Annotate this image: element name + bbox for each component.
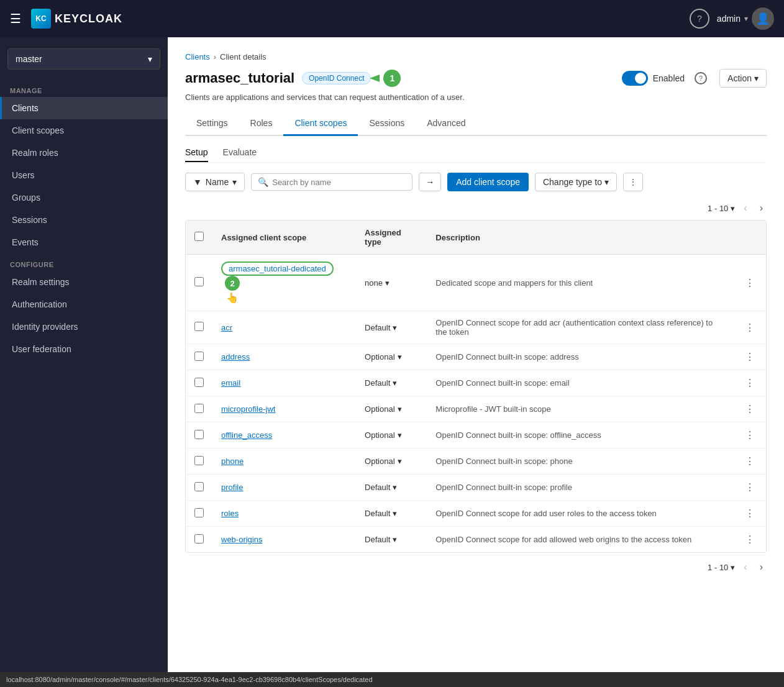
sidebar-item-sessions[interactable]: Sessions [0,209,168,231]
type-select[interactable]: none ▾ [365,278,418,288]
scope-link[interactable]: microprofile-jwt [221,404,275,414]
search-icon: 🔍 [258,177,268,187]
type-select[interactable]: Optional ▾ [365,404,418,414]
sidebar-item-realm-roles[interactable]: Realm roles [0,142,168,164]
tab-roles[interactable]: Roles [239,112,284,136]
prev-page-button[interactable]: ‹ [740,201,750,215]
description-cell: OpenID Connect scope for add allowed web… [427,527,734,553]
row-checkbox[interactable] [194,508,204,517]
type-select[interactable]: Default ▾ [365,483,418,492]
select-all-checkbox[interactable] [194,232,204,241]
table-row: microprofile-jwtOptional ▾Microprofile -… [186,396,766,422]
sidebar-item-client-scopes[interactable]: Client scopes [0,119,168,142]
row-kebab-button[interactable]: ⋮ [742,506,757,521]
type-select[interactable]: Default ▾ [365,323,418,332]
change-type-button[interactable]: Change type to ▾ [535,173,617,191]
tab-settings[interactable]: Settings [185,112,239,136]
table-row: addressOptional ▾OpenID Connect built-in… [186,344,766,370]
next-page-button[interactable]: › [756,201,767,215]
type-value: Optional [365,404,394,414]
next-page-bottom-button[interactable]: › [756,560,767,574]
row-kebab-button[interactable]: ⋮ [742,480,757,495]
sidebar-item-identity-providers[interactable]: Identity providers [0,316,168,338]
pagination-top: 1 - 10 ▾ ‹ › [185,201,767,215]
user-menu[interactable]: admin ▾ 👤 [717,7,774,30]
sidebar-item-clients[interactable]: Clients [0,97,168,119]
search-input[interactable] [272,178,406,187]
scope-link[interactable]: address [221,352,250,362]
enabled-toggle[interactable] [622,71,648,86]
type-chevron-icon: ▾ [398,430,402,440]
description-cell: OpenID Connect built-in scope: profile [427,475,734,501]
breadcrumb-clients[interactable]: Clients [185,52,210,61]
tab-advanced[interactable]: Advanced [416,112,476,136]
table-row: web-originsDefault ▾OpenID Connect scope… [186,527,766,553]
page-range-top: 1 - 10 ▾ [708,204,735,213]
row-kebab-button[interactable]: ⋮ [742,401,757,417]
description-cell: Dedicated scope and mappers for this cli… [427,255,734,311]
row-checkbox[interactable] [194,404,204,413]
type-select[interactable]: Default ▾ [365,535,418,544]
row-checkbox[interactable] [194,352,204,361]
realm-roles-label: Realm roles [12,148,58,158]
type-select[interactable]: Default ▾ [365,378,418,388]
scope-link[interactable]: offline_access [221,430,272,440]
row-kebab-button[interactable]: ⋮ [742,453,757,469]
sidebar-item-groups[interactable]: Groups [0,186,168,209]
row-checkbox[interactable] [194,322,204,331]
page-range-bottom-chevron[interactable]: ▾ [731,563,735,572]
scope-link[interactable]: roles [221,509,239,518]
kebab-button[interactable]: ⋮ [623,173,643,191]
scope-link[interactable]: web-origins [221,535,262,544]
scope-link[interactable]: phone [221,457,244,466]
type-select[interactable]: Optional ▾ [365,352,418,362]
type-select[interactable]: Optional ▾ [365,430,418,440]
sidebar-item-user-federation[interactable]: User federation [0,338,168,360]
search-box[interactable]: 🔍 [251,173,413,191]
tab-sessions[interactable]: Sessions [358,112,416,136]
subtab-setup[interactable]: Setup [185,143,208,162]
type-value: Default [365,378,390,388]
scope-link-highlighted[interactable]: armasec_tutorial-dedicated [221,262,334,276]
page-range-chevron[interactable]: ▾ [731,204,735,213]
row-kebab-button[interactable]: ⋮ [742,320,757,335]
help-button[interactable]: ? [690,9,709,29]
sidebar-item-authentication[interactable]: Authentication [0,293,168,316]
status-url: localhost:8080/admin/master/console/#/ma… [6,676,373,683]
prev-page-bottom-button[interactable]: ‹ [740,560,750,574]
row-kebab-button[interactable]: ⋮ [742,275,757,291]
subtab-evaluate[interactable]: Evaluate [223,143,257,162]
row-checkbox[interactable] [194,534,204,544]
realm-selector[interactable]: master ▾ [7,48,160,70]
tab-client-scopes[interactable]: Client scopes [283,112,358,136]
row-checkbox[interactable] [194,482,204,491]
row-checkbox[interactable] [194,277,204,286]
hamburger-menu[interactable]: ☰ [10,11,21,26]
row-checkbox[interactable] [194,430,204,439]
add-client-scope-button[interactable]: Add client scope [447,173,529,191]
page-help-icon[interactable]: ? [695,72,707,84]
sidebar-item-users[interactable]: Users [0,164,168,186]
scope-link[interactable]: acr [221,323,232,332]
search-arrow-button[interactable]: → [419,173,441,191]
row-kebab-button[interactable]: ⋮ [742,349,757,365]
row-kebab-button[interactable]: ⋮ [742,375,757,391]
authentication-label: Authentication [12,299,67,309]
filter-button[interactable]: ▼ Name ▾ [185,173,245,191]
type-select[interactable]: Default ▾ [365,509,418,518]
scope-link[interactable]: profile [221,483,243,492]
row-kebab-button[interactable]: ⋮ [742,532,757,547]
row-checkbox[interactable] [194,456,204,465]
type-select[interactable]: Optional ▾ [365,457,418,466]
col-scope: Assigned client scope [212,221,356,255]
action-button[interactable]: Action ▾ [719,69,767,88]
scope-link[interactable]: email [221,378,240,388]
action-chevron-icon: ▾ [754,73,759,83]
sidebar-item-realm-settings[interactable]: Realm settings [0,271,168,293]
col-type: Assigned type [356,221,427,255]
sidebar-item-events[interactable]: Events [0,231,168,253]
type-chevron-icon: ▾ [393,509,397,518]
table-row: phoneOptional ▾OpenID Connect built-in s… [186,448,766,475]
row-kebab-button[interactable]: ⋮ [742,427,757,443]
row-checkbox[interactable] [194,378,204,387]
